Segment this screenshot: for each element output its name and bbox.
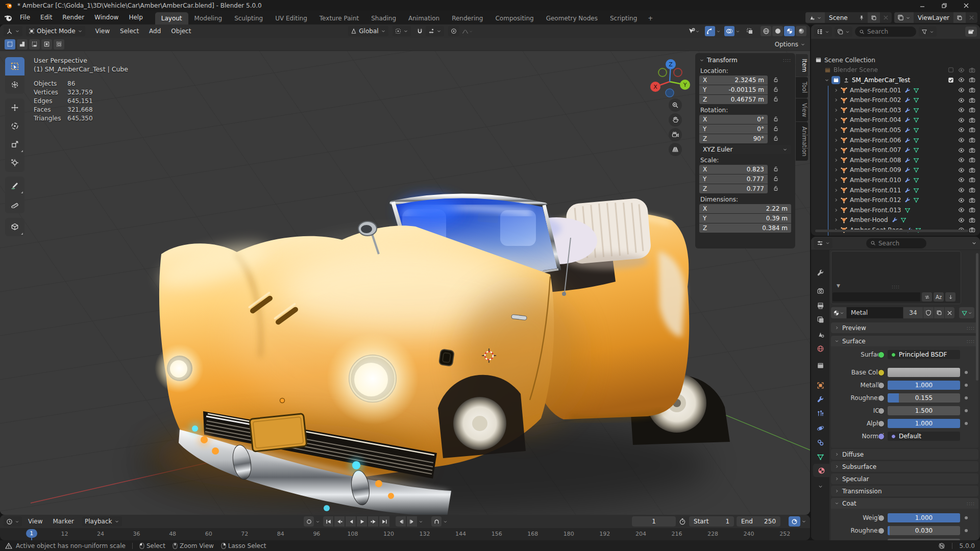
zoom-button[interactable] xyxy=(669,98,682,112)
lock-icon[interactable] xyxy=(773,126,779,133)
outliner-row[interactable]: Amber-Seat-Base.001 xyxy=(811,235,980,236)
workspace-tab-layout[interactable]: Layout xyxy=(155,12,188,24)
workspace-tab-geometry-nodes[interactable]: Geometry Nodes xyxy=(540,12,604,24)
rotation-mode-dropdown[interactable]: XYZ Euler xyxy=(699,145,791,154)
render-visibility-toggle[interactable] xyxy=(969,227,975,233)
properties-tab-data[interactable] xyxy=(811,450,829,463)
decorator-dot[interactable] xyxy=(965,371,968,374)
play-reverse-button[interactable] xyxy=(346,516,356,527)
chevron-right-icon[interactable] xyxy=(834,97,839,103)
overlays-dropdown[interactable] xyxy=(736,29,740,34)
outliner-row[interactable]: Amber-Front.002 xyxy=(811,95,980,105)
panel-header-specular[interactable]: Specular xyxy=(831,473,978,484)
outliner-display-mode-dropdown[interactable] xyxy=(814,27,832,37)
timeline-view-toggle[interactable] xyxy=(789,516,800,527)
panel-collapse-icon[interactable] xyxy=(699,58,704,63)
sidebar-tab-animation[interactable]: Animation xyxy=(796,122,808,161)
render-visibility-toggle[interactable] xyxy=(969,177,975,183)
new-material-button[interactable] xyxy=(934,307,944,318)
keying-set-button[interactable] xyxy=(431,516,442,527)
hide-eye-toggle[interactable] xyxy=(958,77,965,83)
hide-eye-toggle[interactable] xyxy=(958,187,965,193)
proportional-edit-toggle[interactable] xyxy=(448,26,459,36)
properties-tab-tool[interactable] xyxy=(811,266,829,279)
node-socket-icon[interactable] xyxy=(878,395,885,402)
slot-filter-input[interactable] xyxy=(832,292,920,302)
lock-icon[interactable] xyxy=(773,185,779,193)
snap-settings-dropdown[interactable] xyxy=(426,26,444,36)
proportional-falloff-dropdown[interactable] xyxy=(460,26,475,36)
hide-eye-toggle[interactable] xyxy=(958,127,965,133)
outliner-row[interactable]: Amber-Front.003 xyxy=(811,105,980,115)
outliner-row[interactable]: Amber-Front.008 xyxy=(811,155,980,165)
properties-tab-collection[interactable] xyxy=(811,359,829,372)
node-socket-icon[interactable] xyxy=(878,408,885,414)
properties-tab-particles[interactable] xyxy=(811,407,829,420)
properties-editor-type-button[interactable] xyxy=(814,238,832,248)
step-dropdown[interactable] xyxy=(419,519,423,524)
rotate-tool-button[interactable] xyxy=(5,117,24,135)
editor-type-button[interactable] xyxy=(4,26,22,36)
properties-tabs-overflow[interactable] xyxy=(811,480,829,493)
outliner-horizontal-scrollbar[interactable] xyxy=(815,230,968,232)
list-grip[interactable]: :::: xyxy=(892,284,900,289)
hide-eye-toggle[interactable] xyxy=(958,67,965,73)
timeline-view-dropdown[interactable] xyxy=(801,519,806,524)
base-color-input[interactable] xyxy=(888,368,960,377)
viewlayer-browse-button[interactable] xyxy=(894,12,914,23)
play-button[interactable] xyxy=(357,516,367,527)
show-gizmo-toggle[interactable] xyxy=(705,26,715,36)
lock-icon[interactable] xyxy=(773,176,779,183)
workspace-tab-modeling[interactable]: Modeling xyxy=(188,12,229,24)
render-visibility-toggle[interactable] xyxy=(969,67,975,73)
shading-wireframe-button[interactable] xyxy=(761,26,771,36)
location-x-field[interactable]: X2.3245 m xyxy=(699,76,768,85)
properties-options-dropdown[interactable] xyxy=(971,240,977,246)
properties-tab-render[interactable] xyxy=(811,284,829,297)
unlink-material-button[interactable] xyxy=(945,307,954,318)
workspace-tab-animation[interactable]: Animation xyxy=(402,12,446,24)
properties-tab-modifiers[interactable] xyxy=(811,392,829,406)
measure-tool-button[interactable] xyxy=(5,195,24,213)
browse-material-button[interactable] xyxy=(831,307,846,318)
render-visibility-toggle[interactable] xyxy=(969,167,975,173)
sidebar-tab-view[interactable]: View xyxy=(796,98,808,121)
workspace-tab-shading[interactable]: Shading xyxy=(365,12,402,24)
chevron-right-icon[interactable] xyxy=(834,178,839,183)
viewport-menu-view[interactable]: View xyxy=(90,28,115,35)
rotation-z-field[interactable]: Z90° xyxy=(699,134,768,143)
workspace-tab-sculpting[interactable]: Sculpting xyxy=(228,12,269,24)
chevron-right-icon[interactable] xyxy=(834,217,839,222)
render-visibility-toggle[interactable] xyxy=(969,107,975,113)
alpha-input[interactable]: 1.000 xyxy=(888,419,960,428)
xray-toggle[interactable] xyxy=(745,26,755,36)
jump-to-start-button[interactable] xyxy=(323,516,333,527)
viewport-menu-object[interactable]: Object xyxy=(166,28,196,35)
hide-eye-toggle[interactable] xyxy=(958,207,965,213)
render-visibility-toggle[interactable] xyxy=(969,217,975,223)
fake-user-button[interactable] xyxy=(923,307,934,318)
properties-tab-output[interactable] xyxy=(811,299,829,312)
scene-browse-button[interactable] xyxy=(805,12,825,23)
scene-pin-button[interactable] xyxy=(855,12,868,23)
viewlayer-remove-button[interactable] xyxy=(966,12,977,23)
node-socket-icon[interactable] xyxy=(878,382,885,389)
node-socket-icon[interactable] xyxy=(878,433,885,440)
current-frame-field[interactable]: 1 xyxy=(632,516,676,527)
properties-tab-object[interactable] xyxy=(811,379,829,392)
select-mode-intersect[interactable] xyxy=(54,39,64,49)
hide-eye-toggle[interactable] xyxy=(958,107,965,113)
shading-solid-button[interactable] xyxy=(772,26,783,36)
orientation-dropdown[interactable]: Global xyxy=(348,26,388,36)
workspace-tab-compositing[interactable]: Compositing xyxy=(489,12,540,24)
lock-icon[interactable] xyxy=(773,116,779,123)
timeline-menu-view[interactable]: View xyxy=(23,518,47,525)
new-collection-button[interactable] xyxy=(965,27,977,37)
workspace-tab-scripting[interactable]: Scripting xyxy=(604,12,643,24)
render-visibility-toggle[interactable] xyxy=(969,147,975,154)
timeline-editor-type-button[interactable] xyxy=(4,516,22,527)
location-y-field[interactable]: Y-0.00115 m xyxy=(699,85,768,94)
select-mode-set[interactable] xyxy=(5,39,15,49)
outliner-row[interactable]: Amber-Front.001 xyxy=(811,85,980,95)
pivot-dropdown[interactable] xyxy=(393,26,411,36)
